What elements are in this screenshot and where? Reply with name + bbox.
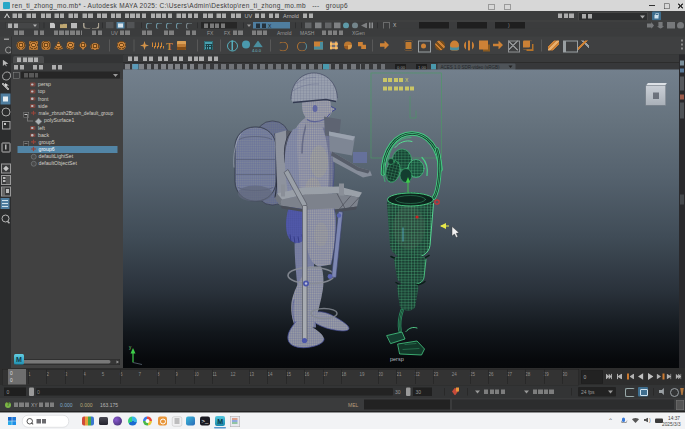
svg-text:y: y	[129, 345, 132, 350]
svg-text:persp: persp	[390, 356, 404, 362]
